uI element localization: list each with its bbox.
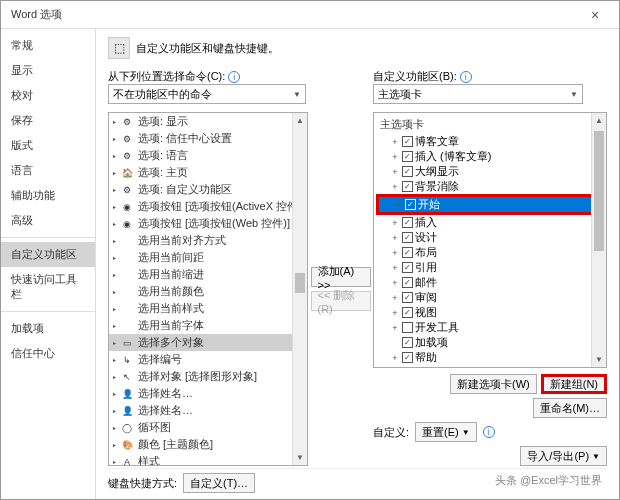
ribbon-icon: ⬚ — [108, 37, 130, 59]
command-item[interactable]: ▸⚙选项: 显示 — [109, 113, 307, 130]
chevron-down-icon: ▼ — [570, 90, 578, 99]
scroll-down-icon[interactable]: ▼ — [592, 352, 606, 367]
add-button[interactable]: 添加(A) >> — [311, 267, 371, 287]
command-item[interactable]: ▸选用当前缩进 — [109, 266, 307, 283]
import-export-button[interactable]: 导入/导出(P) ▼ — [520, 446, 607, 466]
new-tab-button[interactable]: 新建选项卡(W) — [450, 374, 537, 394]
sidebar-item[interactable]: 校对 — [1, 83, 95, 108]
sidebar-item[interactable]: 常规 — [1, 33, 95, 58]
command-item[interactable]: ▸🏠选项: 主页 — [109, 164, 307, 181]
sidebar-item[interactable]: 显示 — [1, 58, 95, 83]
import-export-row: 导入/导出(P) ▼ — [373, 446, 607, 466]
tree-node[interactable]: +✓背景消除 — [376, 179, 604, 194]
command-item[interactable]: ▸◉选项按钮 [选项按钮(Web 控件)] — [109, 215, 307, 232]
ribbon-column: 主选项卡 +✓博客文章+✓插入 (博客文章)+✓大纲显示+✓背景消除+✓开始+✓… — [373, 112, 607, 466]
tree-node[interactable]: +✓博客文章 — [376, 134, 604, 149]
transfer-buttons: 添加(A) >> << 删除(R) — [308, 112, 373, 466]
command-item[interactable]: ▸选用当前间距 — [109, 249, 307, 266]
tree-node[interactable]: +✓布局 — [376, 245, 604, 260]
command-item[interactable]: ▸↖选择对象 [选择图形对象] — [109, 368, 307, 385]
remove-button: << 删除(R) — [311, 291, 371, 311]
command-item[interactable]: ▸▭选择多个对象 — [109, 334, 307, 351]
commands-column: ▸⚙选项: 显示▸⚙选项: 信任中心设置▸⚙选项: 语言▸🏠选项: 主页▸⚙选项… — [108, 112, 308, 466]
watermark: 头条 @Excel学习世界 — [495, 473, 602, 488]
scrollbar[interactable]: ▲ ▼ — [591, 113, 606, 367]
sidebar-item[interactable]: 语言 — [1, 158, 95, 183]
choose-from-label: 从下列位置选择命令(C):i — [108, 69, 308, 84]
command-item[interactable]: ▸A样式 — [109, 453, 307, 465]
tree-node[interactable]: +✓视图 — [376, 305, 604, 320]
tree-node[interactable]: +✓邮件 — [376, 275, 604, 290]
tree-node[interactable]: +✓开始 — [376, 194, 604, 215]
header: ⬚ 自定义功能区和键盘快捷键。 — [108, 37, 607, 59]
dialog-body: 常规显示校对保存版式语言辅助功能高级自定义功能区快速访问工具栏加载项信任中心 ⬚… — [1, 29, 619, 499]
command-item[interactable]: ▸选用当前字体 — [109, 317, 307, 334]
commands-from-combo[interactable]: 不在功能区中的命令▼ — [108, 84, 306, 104]
tree-node[interactable]: +✓插入 (博客文章) — [376, 149, 604, 164]
tree-node[interactable]: +✓审阅 — [376, 290, 604, 305]
sidebar-item[interactable]: 信任中心 — [1, 341, 95, 366]
command-item[interactable]: ▸选用当前样式 — [109, 300, 307, 317]
sidebar-item[interactable]: 自定义功能区 — [1, 242, 95, 267]
ribbon-tree[interactable]: 主选项卡 +✓博客文章+✓插入 (博客文章)+✓大纲显示+✓背景消除+✓开始+✓… — [373, 112, 607, 368]
reset-button[interactable]: 重置(E) ▼ — [415, 422, 477, 442]
command-item[interactable]: ▸↳选择编号 — [109, 351, 307, 368]
customize-ribbon-label: 自定义功能区(B):i — [373, 69, 607, 84]
command-item[interactable]: ▸👤选择姓名… — [109, 385, 307, 402]
close-icon[interactable]: × — [575, 7, 615, 23]
sidebar-item[interactable]: 辅助功能 — [1, 183, 95, 208]
sidebar-item[interactable]: 保存 — [1, 108, 95, 133]
tree-node[interactable]: +✓帮助 — [376, 350, 604, 365]
tree-node[interactable]: +✓大纲显示 — [376, 164, 604, 179]
ribbon-target-combo[interactable]: 主选项卡▼ — [373, 84, 583, 104]
customize-keyboard-button[interactable]: 自定义(T)… — [183, 473, 255, 493]
tab-group-buttons: 新建选项卡(W) 新建组(N) 重命名(M)… — [373, 374, 607, 418]
command-item[interactable]: ▸选用当前对齐方式 — [109, 232, 307, 249]
command-item[interactable]: ▸选用当前颜色 — [109, 283, 307, 300]
header-text: 自定义功能区和键盘快捷键。 — [136, 41, 279, 56]
command-item[interactable]: ▸⚙选项: 自定义功能区 — [109, 181, 307, 198]
command-item[interactable]: ▸◯循环图 — [109, 419, 307, 436]
content-pane: ⬚ 自定义功能区和键盘快捷键。 从下列位置选择命令(C):i 不在功能区中的命令… — [96, 29, 619, 499]
chevron-down-icon: ▼ — [293, 90, 301, 99]
word-options-dialog: Word 选项 × 常规显示校对保存版式语言辅助功能高级自定义功能区快速访问工具… — [0, 0, 620, 500]
rename-button[interactable]: 重命名(M)… — [533, 398, 608, 418]
info-icon[interactable]: i — [460, 71, 472, 83]
info-icon[interactable]: i — [228, 71, 240, 83]
commands-listbox[interactable]: ▸⚙选项: 显示▸⚙选项: 信任中心设置▸⚙选项: 语言▸🏠选项: 主页▸⚙选项… — [108, 112, 308, 466]
tree-node[interactable]: +✓设计 — [376, 230, 604, 245]
command-item[interactable]: ▸⚙选项: 语言 — [109, 147, 307, 164]
scroll-thumb[interactable] — [594, 131, 604, 251]
scroll-thumb[interactable] — [295, 273, 305, 293]
command-item[interactable]: ▸◉选项按钮 [选项按钮(ActiveX 控件)] — [109, 198, 307, 215]
new-group-button[interactable]: 新建组(N) — [541, 374, 607, 394]
tree-node[interactable]: +开发工具 — [376, 320, 604, 335]
command-item[interactable]: ▸🎨颜色 [主题颜色] — [109, 436, 307, 453]
sidebar-item[interactable]: 加载项 — [1, 316, 95, 341]
scroll-down-icon[interactable]: ▼ — [293, 450, 307, 465]
customizations-label: 自定义: — [373, 425, 409, 440]
tree-node[interactable]: +✓插入 — [376, 215, 604, 230]
command-item[interactable]: ▸⚙选项: 信任中心设置 — [109, 130, 307, 147]
tree-node[interactable]: +✓书法 — [376, 365, 604, 368]
scroll-up-icon[interactable]: ▲ — [293, 113, 307, 128]
sidebar-item[interactable]: 快速访问工具栏 — [1, 267, 95, 307]
sidebar: 常规显示校对保存版式语言辅助功能高级自定义功能区快速访问工具栏加载项信任中心 — [1, 29, 96, 499]
sidebar-item[interactable]: 高级 — [1, 208, 95, 233]
scroll-up-icon[interactable]: ▲ — [592, 113, 606, 128]
dialog-title: Word 选项 — [11, 7, 62, 22]
scrollbar[interactable]: ▲ ▼ — [292, 113, 307, 465]
customizations-row: 自定义: 重置(E) ▼ i — [373, 422, 607, 442]
info-icon[interactable]: i — [483, 426, 495, 438]
command-item[interactable]: ▸👤选择姓名… — [109, 402, 307, 419]
tree-node[interactable]: ✓加载项 — [376, 335, 604, 350]
keyboard-label: 键盘快捷方式: — [108, 476, 177, 491]
sidebar-item[interactable]: 版式 — [1, 133, 95, 158]
tree-heading: 主选项卡 — [376, 115, 604, 134]
tree-node[interactable]: +✓引用 — [376, 260, 604, 275]
titlebar: Word 选项 × — [1, 1, 619, 29]
